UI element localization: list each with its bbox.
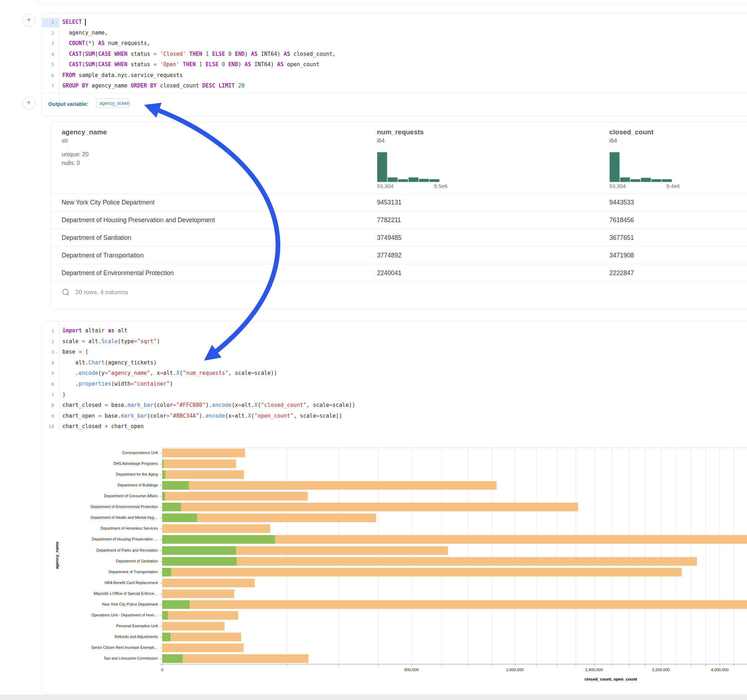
y-axis-tick — [160, 496, 162, 496]
sql-code-editor[interactable]: 1⌄SELECT 2 agency_name,3 COUNT(*) AS num… — [42, 17, 747, 92]
line-number: 9 — [42, 411, 54, 422]
y-axis-tick — [160, 616, 162, 616]
y-axis-tick — [160, 518, 162, 518]
column-header-closed-count[interactable]: closed_count — [609, 128, 653, 136]
line-number: 2 — [42, 336, 54, 347]
bar-closed-count — [162, 622, 224, 631]
table-row[interactable]: New York City Police Department945313194… — [51, 193, 747, 211]
bar-open-count — [162, 611, 168, 620]
bar-closed-count — [162, 492, 308, 501]
y-axis-title: agency_name — [55, 534, 59, 577]
code-line: .encode(y="agency_name", x=alt.X("num_re… — [62, 368, 277, 379]
gridline — [576, 448, 576, 664]
num-requests-hist-min: 53,304 — [377, 183, 393, 189]
histogram-bar — [620, 177, 630, 182]
line-number: 7 — [42, 389, 54, 400]
y-axis-label: Department for the Aging — [42, 472, 158, 477]
python-code-editor[interactable]: 1import altair as alt2scale = alt.Scale(… — [42, 326, 747, 433]
add-cell-button-top[interactable]: + — [22, 14, 35, 27]
code-line: chart_closed = base.mark_bar(color="#FFC… — [62, 400, 355, 411]
y-axis-label: Department of Environmental Protection — [42, 504, 158, 509]
x-axis-line — [160, 664, 747, 664]
bar-closed-count — [162, 557, 697, 566]
histogram-bar — [651, 179, 662, 182]
table-row[interactable]: Department of Environmental Protection22… — [51, 264, 747, 282]
y-axis-tick — [160, 453, 162, 453]
column-type-closed-count: i64 — [609, 137, 617, 144]
line-number: 6 — [42, 70, 54, 81]
bar-open-count — [162, 546, 236, 555]
bar-open-count — [162, 600, 189, 609]
cell-agency-name: Department of Housing Preservation and D… — [62, 216, 215, 224]
python-cell[interactable]: 1import altair as alt2scale = alt.Scale(… — [41, 321, 747, 694]
cell-closed-count: 7618456 — [609, 216, 634, 224]
previous-cell-edge — [36, 0, 747, 4]
cell-closed-count: 3471908 — [609, 252, 634, 259]
bar-closed-count — [162, 459, 236, 468]
histogram-bar — [429, 179, 440, 182]
code-line: FROM sample_data.nyc.service_requests — [62, 70, 183, 81]
cell-num-requests: 3774892 — [377, 252, 401, 259]
collapse-chevron-icon[interactable]: ⌄ — [55, 20, 58, 24]
output-variable-row: Output variable: agency_tickets — [42, 93, 747, 116]
gridline — [556, 448, 557, 664]
column-header-num-requests[interactable]: num_requests — [377, 128, 424, 136]
gridline — [645, 448, 646, 664]
bar-open-count — [162, 513, 197, 522]
code-line: import altair as alt — [62, 326, 127, 336]
gridline — [441, 448, 442, 664]
next-section-strip — [0, 695, 747, 700]
x-axis-tick — [645, 664, 646, 666]
output-variable-label: Output variable: — [48, 101, 88, 107]
table-row[interactable]: Department of Sanitation37494853677651 — [51, 229, 747, 247]
add-cell-button-below-sql[interactable]: + — [22, 97, 35, 109]
code-line: COUNT(*) AS num_requests, — [62, 38, 150, 49]
gridline — [411, 448, 412, 664]
bar-closed-count — [162, 579, 255, 587]
y-axis-label: Department of Transportation — [42, 570, 158, 574]
line-number: 6 — [42, 379, 54, 389]
code-line: GROUP BY agency_name ORDER BY closed_cou… — [62, 81, 245, 92]
gridline — [536, 448, 537, 664]
column-stat-unique: unique: 20 — [62, 151, 89, 158]
line-number: 7 — [42, 81, 54, 92]
y-axis-tick — [160, 475, 162, 475]
table-footer: 20 rows, 4 columns — [51, 282, 747, 309]
table-row[interactable]: Department of Housing Preservation and D… — [51, 211, 747, 229]
y-axis-tick — [160, 551, 162, 551]
gridline — [468, 448, 468, 664]
y-axis-tick — [160, 507, 162, 507]
y-axis-tick — [160, 583, 162, 583]
y-axis-tick — [160, 572, 162, 573]
y-axis-label: Refunds and Adjustments — [42, 634, 158, 639]
y-axis-label: Department of Housing Preservation … — [42, 537, 158, 541]
y-axis-label: New York City Police Department — [42, 602, 158, 606]
sql-cell[interactable]: 1⌄SELECT 2 agency_name,3 COUNT(*) AS num… — [41, 13, 747, 116]
bar-open-count — [162, 633, 171, 641]
histogram-bar — [609, 152, 620, 182]
plot-top-border — [162, 448, 747, 448]
bar-open-count — [162, 557, 237, 566]
collapse-chevron-icon[interactable]: ⌄ — [55, 350, 58, 354]
x-axis-tick — [629, 664, 629, 666]
histogram-bar — [630, 179, 641, 182]
line-number: 10 — [42, 421, 54, 432]
code-line: alt.Chart(agency_tickets) — [62, 358, 157, 368]
output-variable-pill[interactable]: agency_tickets — [96, 98, 130, 108]
cell-closed-count: 3677651 — [609, 234, 634, 241]
y-axis-tick — [160, 529, 162, 529]
line-number: 8 — [42, 400, 54, 411]
gridline — [661, 448, 661, 664]
x-axis-tick — [515, 664, 515, 666]
bar-open-count — [162, 470, 165, 479]
bar-closed-count — [162, 611, 238, 620]
bar-closed-count — [162, 590, 234, 598]
text-cursor — [85, 19, 86, 26]
histogram-bar — [387, 177, 398, 182]
column-type-agency-name: str — [62, 137, 68, 144]
closed-count-hist-max: 9.4e6 — [666, 183, 680, 189]
y-axis-label: Mayorâ€ s Office of Special Enforce… — [42, 591, 158, 596]
table-row[interactable]: Department of Transportation377489234719… — [51, 246, 747, 264]
num-requests-hist-max: 9.5e6 — [434, 183, 448, 189]
column-header-agency-name[interactable]: agency_name — [62, 128, 107, 136]
